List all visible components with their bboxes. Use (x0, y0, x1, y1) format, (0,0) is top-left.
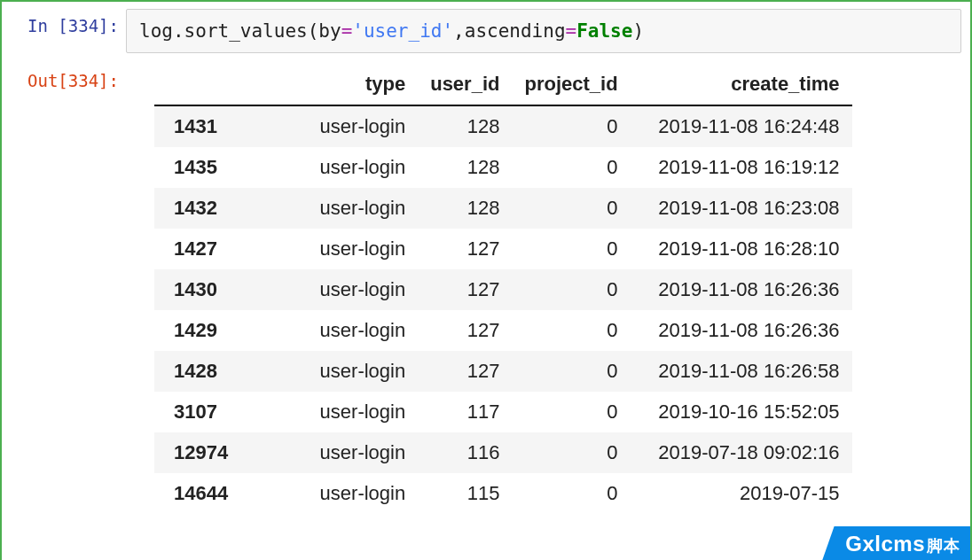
table-header-row: type user_id project_id create_time (154, 64, 852, 105)
cell-type: user-login (240, 473, 418, 514)
input-cell: In [334]: log.sort_values(by='user_id',a… (2, 2, 970, 58)
cell-project-id: 0 (512, 392, 630, 432)
cell-create-time: 2019-07-18 09:02:16 (631, 432, 852, 473)
row-index: 1429 (154, 310, 240, 351)
table-row: 14644user-login11502019-07-15 (154, 473, 852, 514)
cell-type: user-login (240, 310, 418, 351)
cell-create-time: 2019-11-08 16:26:36 (631, 269, 852, 310)
cell-user-id: 127 (418, 229, 512, 269)
input-prompt: In [334]: (2, 4, 126, 58)
cell-type: user-login (240, 269, 418, 310)
code-object: log (139, 20, 173, 42)
cell-project-id: 0 (512, 351, 630, 392)
row-index: 1427 (154, 229, 240, 269)
table-row: 12974user-login11602019-07-18 09:02:16 (154, 432, 852, 473)
row-index: 1435 (154, 147, 240, 188)
row-index: 3107 (154, 392, 240, 432)
col-header-user-id: user_id (418, 64, 512, 105)
cell-type: user-login (240, 432, 418, 473)
cell-type: user-login (240, 147, 418, 188)
cell-user-id: 116 (418, 432, 512, 473)
watermark-brand: Gxlcms (845, 532, 925, 556)
table-row: 1432user-login12802019-11-08 16:23:08 (154, 188, 852, 229)
cell-user-id: 115 (418, 473, 512, 514)
table-row: 1427user-login12702019-11-08 16:28:10 (154, 229, 852, 269)
col-header-type: type (240, 64, 418, 105)
cell-create-time: 2019-11-08 16:24:48 (631, 105, 852, 147)
cell-create-time: 2019-11-08 16:26:36 (631, 310, 852, 351)
row-index: 1432 (154, 188, 240, 229)
code-kw-ascending: ascending (465, 20, 566, 42)
cell-type: user-login (240, 188, 418, 229)
col-header-index (154, 64, 240, 105)
table-row: 3107user-login11702019-10-16 15:52:05 (154, 392, 852, 432)
cell-create-time: 2019-11-08 16:19:12 (631, 147, 852, 188)
cell-user-id: 127 (418, 269, 512, 310)
cell-project-id: 0 (512, 188, 630, 229)
cell-project-id: 0 (512, 147, 630, 188)
row-index: 1428 (154, 351, 240, 392)
row-index: 1431 (154, 105, 240, 147)
code-comma: , (453, 20, 465, 42)
row-index: 12974 (154, 432, 240, 473)
cell-project-id: 0 (512, 105, 630, 147)
code-paren-open: ( (308, 20, 319, 42)
code-dot: . (173, 20, 184, 42)
table-row: 1430user-login12702019-11-08 16:26:36 (154, 269, 852, 310)
cell-create-time: 2019-11-08 16:28:10 (631, 229, 852, 269)
code-input[interactable]: log.sort_values(by='user_id',ascending=F… (126, 9, 961, 53)
cell-create-time: 2019-11-08 16:23:08 (631, 188, 852, 229)
col-header-project-id: project_id (512, 64, 630, 105)
cell-project-id: 0 (512, 310, 630, 351)
cell-type: user-login (240, 105, 418, 147)
cell-user-id: 128 (418, 105, 512, 147)
cell-user-id: 117 (418, 392, 512, 432)
output-prompt: Out[334]: (2, 58, 126, 514)
table-body: 1431user-login12802019-11-08 16:24:48143… (154, 105, 852, 514)
output-area: type user_id project_id create_time 1431… (126, 58, 970, 514)
cell-project-id: 0 (512, 432, 630, 473)
code-paren-close: ) (632, 20, 644, 42)
cell-project-id: 0 (512, 269, 630, 310)
cell-create-time: 2019-07-15 (631, 473, 852, 514)
table-row: 1428user-login12702019-11-08 16:26:58 (154, 351, 852, 392)
code-equals-2: = (566, 20, 577, 42)
code-false: False (576, 20, 632, 42)
cell-project-id: 0 (512, 229, 630, 269)
dataframe-table: type user_id project_id create_time 1431… (154, 64, 852, 514)
code-equals: = (341, 20, 353, 42)
cell-user-id: 127 (418, 310, 512, 351)
code-kw-by: by (318, 20, 341, 42)
cell-type: user-login (240, 351, 418, 392)
cell-type: user-login (240, 229, 418, 269)
cell-type: user-login (240, 392, 418, 432)
col-header-create-time: create_time (631, 64, 852, 105)
table-row: 1431user-login12802019-11-08 16:24:48 (154, 105, 852, 147)
cell-create-time: 2019-10-16 15:52:05 (631, 392, 852, 432)
row-index: 14644 (154, 473, 240, 514)
cell-project-id: 0 (512, 473, 630, 514)
watermark-badge: Gxlcms 脚本 (822, 526, 970, 560)
output-cell: Out[334]: type user_id project_id create… (2, 58, 970, 514)
notebook-cell-container: In [334]: log.sort_values(by='user_id',a… (0, 0, 972, 560)
watermark-suffix: 脚本 (927, 535, 960, 556)
table-row: 1435user-login12802019-11-08 16:19:12 (154, 147, 852, 188)
cell-user-id: 127 (418, 351, 512, 392)
row-index: 1430 (154, 269, 240, 310)
code-string-userid: 'user_id' (352, 20, 453, 42)
cell-create-time: 2019-11-08 16:26:58 (631, 351, 852, 392)
table-row: 1429user-login12702019-11-08 16:26:36 (154, 310, 852, 351)
code-method: sort_values (184, 20, 308, 42)
cell-user-id: 128 (418, 147, 512, 188)
cell-user-id: 128 (418, 188, 512, 229)
